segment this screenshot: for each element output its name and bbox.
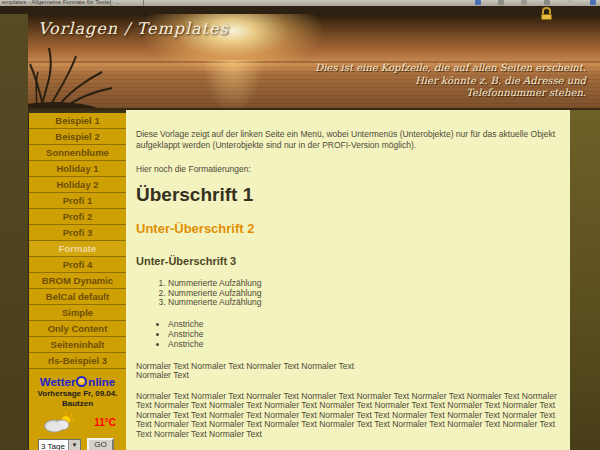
normal-text-long: Normaler Text Normaler Text Normaler Tex… <box>136 392 568 440</box>
browser-toolbar-icon[interactable] <box>475 0 481 5</box>
heading-2: Unter-Überschrift 2 <box>136 221 558 236</box>
weather-widget: Wetternline Vorhersage Fr, 09.04. Bautze… <box>29 376 126 450</box>
intro-paragraph: Diese Vorlage zeigt auf der linken Seite… <box>136 129 558 151</box>
bullet-list: Anstriche Anstriche Anstriche <box>156 319 558 349</box>
sidebar-item-beispiel-2[interactable]: Beispiel 2 <box>29 129 126 145</box>
sidebar-item-beispiel-1[interactable]: Beispiel 1 <box>29 113 126 129</box>
browser-window: emplates - Allgemeine Formate für Texte … <box>0 0 600 450</box>
browser-toolbar-icon[interactable] <box>590 0 596 5</box>
sidebar-item-profi-3[interactable]: Profi 3 <box>29 225 126 241</box>
tab-title: emplates - Allgemeine Formate für Texte … <box>2 0 120 5</box>
sidebar-item-sonnenblume[interactable]: Sonnenblume <box>29 145 126 161</box>
browser-toolbar-icon[interactable] <box>521 0 527 5</box>
bullet-list-item: Anstriche <box>168 329 558 339</box>
sidebar-item-brom-dynamic[interactable]: BROM Dynamic <box>29 273 126 289</box>
sidebar-item-formate[interactable]: Formate <box>29 241 126 257</box>
sidebar-item-seiteninhalt[interactable]: Seiteninhalt <box>29 337 126 353</box>
sun-behind-cloud-icon <box>41 412 77 433</box>
header-tagline: Dies ist eine Kopfzeile, die auf allen S… <box>315 62 586 100</box>
top-dark-bar <box>0 6 600 14</box>
sidebar: Beispiel 1 Beispiel 2 Sonnenblume Holida… <box>28 110 126 450</box>
sidebar-item-profi-2[interactable]: Profi 2 <box>29 209 126 225</box>
left-background-strip <box>0 14 28 450</box>
sidebar-item-profi-4[interactable]: Profi 4 <box>29 257 126 273</box>
forecast-city: Bautzen <box>29 399 126 409</box>
sidebar-item-holiday-1[interactable]: Holiday 1 <box>29 161 126 177</box>
sidebar-item-belcal-default[interactable]: BelCal default <box>29 289 126 305</box>
bullet-list-item: Anstriche <box>168 319 558 329</box>
sidebar-item-rls-beispiel-3[interactable]: rls-Beispiel 3 <box>29 353 126 369</box>
forecast-date: Vorhersage Fr, 09.04. <box>29 389 126 399</box>
numbered-list: Nummerierte Aufzählung Nummerierte Aufzä… <box>156 279 558 308</box>
temperature-value: 11°C <box>94 417 116 428</box>
go-button[interactable]: GO <box>87 438 114 450</box>
main-content: Diese Vorlage zeigt auf der linken Seite… <box>126 110 570 450</box>
formats-note: Hier noch die Formatierungen: <box>136 164 558 175</box>
sidebar-item-only-content[interactable]: Only Content <box>29 321 126 337</box>
page-header-image: Vorlagen / Templates Dies ist eine Kopfz… <box>28 14 600 110</box>
site-title: Vorlagen / Templates <box>38 19 229 38</box>
sidebar-item-holiday-2[interactable]: Holiday 2 <box>29 177 126 193</box>
normal-text-short: Normaler Text Normaler Text Normaler Tex… <box>136 362 558 381</box>
right-background-strip <box>570 110 600 450</box>
browser-toolbar-icon[interactable] <box>498 0 504 5</box>
sidebar-item-simple[interactable]: Simple <box>29 305 126 321</box>
chevron-down-icon[interactable]: ▼ <box>68 440 80 450</box>
nav-menu: Beispiel 1 Beispiel 2 Sonnenblume Holida… <box>29 110 126 369</box>
sidebar-item-profi-1[interactable]: Profi 1 <box>29 193 126 209</box>
browser-toolbar-icon[interactable] <box>544 0 550 5</box>
bullet-list-item: Anstriche <box>168 339 558 349</box>
sun-logo-icon <box>76 376 87 387</box>
padlock-icon <box>541 7 552 18</box>
beach-grass-silhouette <box>28 44 178 110</box>
browser-toolbar-icon[interactable] <box>567 0 573 5</box>
forecast-range-select[interactable]: 3 Tage ▼ <box>38 439 81 450</box>
sun-reflection <box>204 60 262 110</box>
numbered-list-item: Nummerierte Aufzählung <box>168 298 558 308</box>
wetteronline-logo[interactable]: Wetternline <box>29 376 126 389</box>
heading-3: Unter-Überschrift 3 <box>136 255 558 267</box>
heading-1: Überschrift 1 <box>136 184 558 206</box>
